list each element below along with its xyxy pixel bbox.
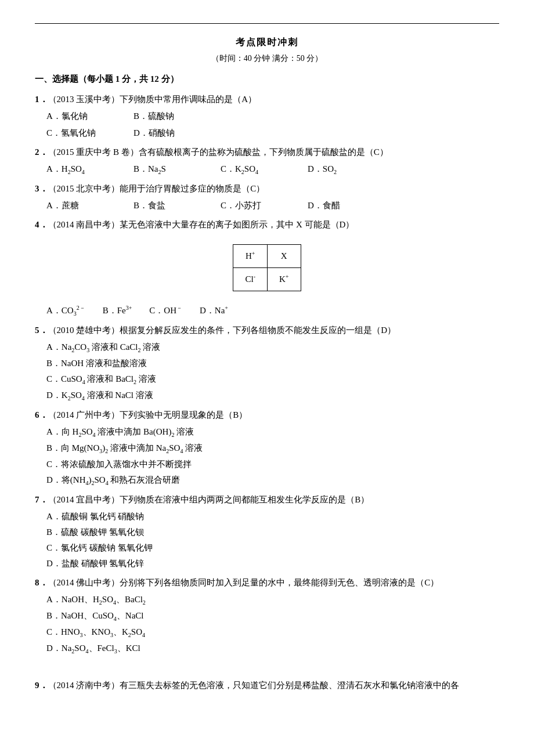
q1-option-row1: A．氯化钠 B．硫酸钠 xyxy=(46,108,499,124)
q7-options: A．硫酸铜 氯化钙 硝酸钠 B．硫酸 碳酸钾 氢氧化钡 C．氯化钙 碳酸钠 氢氧… xyxy=(46,509,499,571)
q8-option-d: D．Na2SO4、FeCl3、KCl xyxy=(46,641,499,657)
title-block: 考点限时冲刺 （时间：40 分钟 满分：50 分） xyxy=(35,34,499,66)
ion-h-plus: H+ xyxy=(233,244,268,267)
question-7: 7．（2014 宜昌中考）下列物质在溶液中组内两两之间都能互相发生化学反应的是（… xyxy=(35,492,499,571)
main-title: 考点限时冲刺 xyxy=(35,34,499,51)
q1-option-c: C．氢氧化钠 xyxy=(46,125,116,141)
top-divider xyxy=(35,23,499,24)
question-6: 6．（2014 广州中考）下列实验中无明显现象的是（B） A．向 H2SO4 溶… xyxy=(35,407,499,489)
question-4: 4．（2014 南昌中考）某无色溶液中大量存在的离子如图所示，其中 X 可能是（… xyxy=(35,217,499,319)
q5-option-b: B．NaOH 溶液和盐酸溶液 xyxy=(46,356,499,371)
q1-option-d: D．硝酸钠 xyxy=(134,125,203,141)
q6-option-a: A．向 H2SO4 溶液中滴加 Ba(OH)2 溶液 xyxy=(46,424,499,440)
section1-title: 一、选择题（每小题 1 分，共 12 分） xyxy=(35,71,499,87)
q8-option-a: A．NaOH、H2SO4、BaCl2 xyxy=(46,592,499,608)
question-8: 8．（2014 佛山中考）分别将下列各组物质同时加入到足量的水中，最终能得到无色… xyxy=(35,575,499,657)
q3-option-b: B．食盐 xyxy=(134,198,203,214)
q6-option-b: B．向 Mg(NO3)2 溶液中滴加 Na2SO4 溶液 xyxy=(46,440,499,457)
q5-option-c: C．CuSO4 溶液和 BaCl2 溶液 xyxy=(46,371,499,388)
q7-option-a: A．硫酸铜 氯化钙 硝酸钠 xyxy=(46,509,499,525)
ion-row-2: Cl- K+ xyxy=(233,267,301,291)
question-1: 1．（2013 玉溪中考）下列物质中常用作调味品的是（A） A．氯化钠 B．硫酸… xyxy=(35,92,499,141)
ion-table: H+ X Cl- K+ xyxy=(233,244,301,291)
q4-options: A．CO32－ B．Fe3+ C．OH－ D．Na+ xyxy=(46,303,499,319)
q4-text: 4．（2014 南昌中考）某无色溶液中大量存在的离子如图所示，其中 X 可能是（… xyxy=(35,217,499,233)
q2-text: 2．（2015 重庆中考 B 卷）含有硫酸根离子的盐称为硫酸盐，下列物质属于硫酸… xyxy=(35,144,499,160)
q5-options: A．Na2CO3 溶液和 CaCl2 溶液 B．NaOH 溶液和盐酸溶液 C．C… xyxy=(46,339,499,404)
question-3: 3．（2015 北京中考）能用于治疗胃酸过多症的物质是（C） A．蔗糖 B．食盐… xyxy=(35,181,499,214)
q7-option-b: B．硫酸 碳酸钾 氢氧化钡 xyxy=(46,525,499,540)
q2-option-d: D．SO2 xyxy=(308,161,377,178)
q5-text: 5．（2010 楚雄中考）根据复分解反应发生的条件，下列各组物质不能发生反应的一… xyxy=(35,323,499,338)
sub-title: （时间：40 分钟 满分：50 分） xyxy=(35,51,499,66)
q2-option-c: C．K2SO4 xyxy=(221,161,290,178)
q5-option-d: D．K2SO4 溶液和 NaCl 溶液 xyxy=(46,388,499,404)
q5-option-a: A．Na2CO3 溶液和 CaCl2 溶液 xyxy=(46,339,499,356)
q1-option-a: A．氯化钠 xyxy=(46,108,116,124)
q4-option-c: C．OH－ xyxy=(149,303,182,319)
q1-options: A．氯化钠 B．硫酸钠 C．氢氧化钠 D．硝酸钠 xyxy=(46,108,499,141)
q6-text: 6．（2014 广州中考）下列实验中无明显现象的是（B） xyxy=(35,407,499,423)
q2-option-row1: A．H2SO4 B．Na2S C．K2SO4 D．SO2 xyxy=(46,161,499,178)
q3-options: A．蔗糖 B．食盐 C．小苏打 D．食醋 xyxy=(46,198,499,214)
q3-option-c: C．小苏打 xyxy=(221,198,290,214)
q2-option-b: B．Na2S xyxy=(134,161,203,178)
q8-options: A．NaOH、H2SO4、BaCl2 B．NaOH、CuSO4、NaCl C．H… xyxy=(46,592,499,657)
ion-row-1: H+ X xyxy=(233,244,301,267)
q7-text: 7．（2014 宜昌中考）下列物质在溶液中组内两两之间都能互相发生化学反应的是（… xyxy=(35,492,499,508)
q3-option-row1: A．蔗糖 B．食盐 C．小苏打 D．食醋 xyxy=(46,198,499,214)
q6-option-d: D．将(NH4)2SO4 和熟石灰混合研磨 xyxy=(46,472,499,489)
q8-text: 8．（2014 佛山中考）分别将下列各组物质同时加入到足量的水中，最终能得到无色… xyxy=(35,575,499,591)
q4-option-d: D．Na+ xyxy=(200,303,228,319)
question-2: 2．（2015 重庆中考 B 卷）含有硫酸根离子的盐称为硫酸盐，下列物质属于硫酸… xyxy=(35,144,499,178)
ion-x: X xyxy=(268,244,301,267)
q3-option-d: D．食醋 xyxy=(308,198,377,214)
q3-text: 3．（2015 北京中考）能用于治疗胃酸过多症的物质是（C） xyxy=(35,181,499,197)
q7-option-c: C．氯化钙 碳酸钠 氢氧化钾 xyxy=(46,540,499,556)
question-5: 5．（2010 楚雄中考）根据复分解反应发生的条件，下列各组物质不能发生反应的一… xyxy=(35,323,499,404)
q6-option-c: C．将浓硫酸加入蒸馏水中并不断搅拌 xyxy=(46,457,499,472)
q4-option-b: B．Fe3+ xyxy=(103,303,132,319)
ion-box-wrapper: H+ X Cl- K+ xyxy=(35,238,499,297)
q8-option-c: C．HNO3、KNO3、K2SO4 xyxy=(46,624,499,641)
q7-option-d: D．盐酸 硝酸钾 氢氧化锌 xyxy=(46,556,499,571)
q2-options: A．H2SO4 B．Na2S C．K2SO4 D．SO2 xyxy=(46,161,499,178)
ion-cl-minus: Cl- xyxy=(233,267,268,291)
ion-k-plus: K+ xyxy=(268,267,301,291)
q2-option-a: A．H2SO4 xyxy=(46,161,116,178)
q1-option-b: B．硫酸钠 xyxy=(134,108,203,124)
q1-text: 1．（2013 玉溪中考）下列物质中常用作调味品的是（A） xyxy=(35,92,499,107)
q6-options: A．向 H2SO4 溶液中滴加 Ba(OH)2 溶液 B．向 Mg(NO3)2 … xyxy=(46,424,499,489)
q9-text: 9．（2014 济南中考）有三瓶失去标签的无色溶液，只知道它们分别是稀盐酸、澄清… xyxy=(35,678,499,693)
q3-option-a: A．蔗糖 xyxy=(46,198,116,214)
spacer xyxy=(35,660,499,678)
question-9: 9．（2014 济南中考）有三瓶失去标签的无色溶液，只知道它们分别是稀盐酸、澄清… xyxy=(35,678,499,693)
q1-option-row2: C．氢氧化钠 D．硝酸钠 xyxy=(46,125,499,141)
q4-option-a: A．CO32－ xyxy=(46,303,85,319)
q8-option-b: B．NaOH、CuSO4、NaCl xyxy=(46,608,499,624)
